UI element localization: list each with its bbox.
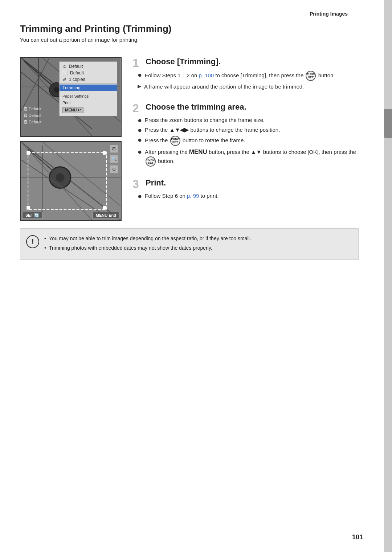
page-title: Trimming and Printing (Trimming): [20, 23, 359, 34]
menu-icon-print: 🖨: [62, 77, 67, 82]
menu-bold-label: MENU: [189, 148, 207, 155]
func-set-button-1: FUNCSET: [306, 71, 316, 81]
menu-label-copies: 1 copies: [69, 77, 85, 82]
menu-button: MENU ↩: [62, 107, 83, 113]
menu-label-default1: Default: [69, 64, 83, 69]
right-bar-accent: [384, 109, 392, 138]
bullet-dot-2-3: ●: [138, 136, 142, 144]
left-icon-1: 🖼 Default: [24, 106, 41, 112]
camera-image-2: [21, 142, 121, 220]
menu-print-label: Print: [62, 101, 71, 105]
step-1-block: 1 Choose [Trimming]. ● Follow Steps 1 – …: [132, 57, 359, 91]
step-1-title: Choose [Trimming].: [146, 57, 221, 66]
sc2-icon-zoom: ⊞: [110, 145, 118, 153]
sc2-icon-option: ⊙: [110, 165, 118, 173]
bullet-dot-2-1: ●: [138, 116, 142, 124]
divider: [20, 48, 359, 48]
link-p100[interactable]: p. 100: [199, 72, 214, 78]
func-set-button-3: FUNCSET: [146, 156, 156, 167]
step-2-bullet-3: ● Press the FUNCSET button to rotate the…: [138, 136, 359, 146]
menu-row-copies: 🖨 1 copies: [60, 76, 117, 83]
screenshots-column: ☺ Default ⬜ Default 🖨 1 copies Trimming: [20, 57, 122, 221]
svg-rect-23: [103, 151, 106, 155]
step-3-block: 3 Print. ● Follow Step 6 on p. 99 to pri…: [132, 178, 359, 200]
steps-column: 1 Choose [Trimming]. ● Follow Steps 1 – …: [132, 57, 359, 212]
note-icon-symbol: !: [32, 238, 34, 246]
step-3-bullet-1-text: Follow Step 6 on p. 99 to print.: [145, 192, 219, 200]
note-bullet-dot-2: •: [44, 244, 46, 252]
sc2-icon-rotate: 🔍: [110, 155, 118, 163]
screenshot-menu: ☺ Default ⬜ Default 🖨 1 copies Trimming: [20, 57, 122, 137]
step-2-block: 2 Choose the trimming area. ● Press the …: [132, 102, 359, 167]
step-1-bullet-2: ▶ A frame will appear around the portion…: [138, 83, 359, 91]
note-bullet-dot-1: •: [44, 234, 46, 242]
bullet-dot-1: ●: [138, 71, 142, 79]
bullet-dot-2-2: ●: [138, 126, 142, 134]
step-2-bullets: ● Press the zoom buttons to change the f…: [132, 116, 359, 167]
step-3-bullet-1: ● Follow Step 6 on p. 99 to print.: [138, 192, 359, 200]
note-icon: !: [26, 235, 39, 248]
note-box: ! • You may not be able to trim images d…: [20, 228, 359, 260]
sc2-menu-end-button: MENU End: [93, 212, 119, 219]
note-text-2: Trimming photos with embedded dates may …: [49, 244, 212, 252]
note-content: • You may not be able to trim images dep…: [44, 234, 251, 254]
page-number: 101: [352, 533, 363, 541]
step-2-number: 2: [132, 102, 143, 114]
menu-row-trimming: Trimming: [60, 85, 117, 91]
left-icon-3: 🖼 Default: [24, 119, 41, 125]
bullet-triangle-1: ▶: [138, 83, 141, 90]
step-1-bullet-2-text: A frame will appear around the portion o…: [144, 83, 304, 91]
sc2-icons: ⊞ 🔍 ⊙: [110, 145, 118, 173]
menu-divider2: [60, 92, 117, 92]
note-bullet-2: • Trimming photos with embedded dates ma…: [44, 244, 251, 252]
link-p99[interactable]: p. 99: [187, 193, 199, 199]
step-1-bullets: ● Follow Steps 1 – 2 on p. 100 to choose…: [132, 71, 359, 91]
menu-bottom-print: Print: [60, 99, 117, 106]
step-2-bullet-2-text: Press the ▲▼◀▶ buttons to change the fra…: [145, 126, 280, 134]
svg-point-6: [54, 87, 60, 93]
page-subtitle: You can cut out a portion of an image fo…: [20, 37, 359, 43]
menu-bottom-menu: MENU ↩: [60, 106, 117, 114]
step-3-header: 3 Print.: [132, 178, 359, 190]
screenshot-trim: ⊞ 🔍 ⊙ SET 🔄 MENU End: [20, 141, 122, 221]
svg-rect-25: [103, 206, 106, 210]
svg-point-17: [56, 173, 65, 182]
right-bar: [384, 0, 392, 552]
note-text-1: You may not be able to trim images depen…: [49, 234, 251, 242]
menu-panel: ☺ Default ⬜ Default 🖨 1 copies Trimming: [59, 61, 117, 116]
step-1-header: 1 Choose [Trimming].: [132, 57, 359, 69]
note-bullet-1: • You may not be able to trim images dep…: [44, 234, 251, 242]
menu-icon-smile: ☺: [62, 64, 67, 69]
step-3-bullets: ● Follow Step 6 on p. 99 to print.: [132, 192, 359, 200]
step-1-bullet-1: ● Follow Steps 1 – 2 on p. 100 to choose…: [138, 71, 359, 81]
main-content: ☺ Default ⬜ Default 🖨 1 copies Trimming: [20, 57, 359, 221]
step-2-bullet-4: ● After pressing the MENU button, press …: [138, 148, 359, 167]
left-icon-2: 🖼 Default: [24, 112, 41, 119]
menu-icon-camera: ⬜: [62, 70, 68, 75]
step-2-bullet-2: ● Press the ▲▼◀▶ buttons to change the f…: [138, 126, 359, 134]
header-title: Printing Images: [20, 11, 359, 17]
menu-divider: [60, 83, 117, 84]
step-2-bullet-1: ● Press the zoom buttons to change the f…: [138, 116, 359, 124]
svg-rect-22: [26, 151, 30, 155]
step-2-header: 2 Choose the trimming area.: [132, 102, 359, 114]
menu-label-default2: Default: [70, 70, 84, 75]
menu-row-default2: ⬜ Default: [60, 70, 117, 76]
step-1-bullet-1-text: Follow Steps 1 – 2 on p. 100 to choose […: [145, 71, 335, 81]
step-3-number: 3: [132, 178, 143, 190]
menu-bottom-paper: Paper Settings: [60, 93, 117, 99]
sc2-set-button: SET 🔄: [22, 212, 42, 219]
sc2-bottom-bar: SET 🔄 MENU End: [22, 212, 119, 219]
menu-label-trimming: Trimming: [62, 85, 81, 90]
step-2-bullet-4-text: After pressing the MENU button, press th…: [145, 148, 359, 167]
bullet-dot-3-1: ●: [138, 192, 142, 200]
left-icons: 🖼 Default 🖼 Default 🖼 Default: [24, 106, 41, 125]
menu-row-default1: ☺ Default: [60, 63, 117, 70]
step-2-bullet-3-text: Press the FUNCSET button to rotate the f…: [145, 136, 245, 146]
step-3-title: Print.: [146, 178, 166, 188]
step-1-number: 1: [132, 57, 143, 69]
step-2-title: Choose the trimming area.: [146, 102, 246, 112]
menu-paper-settings-label: Paper Settings: [62, 94, 89, 98]
svg-rect-24: [26, 206, 30, 210]
step-2-bullet-1-text: Press the zoom buttons to change the fra…: [145, 116, 265, 124]
